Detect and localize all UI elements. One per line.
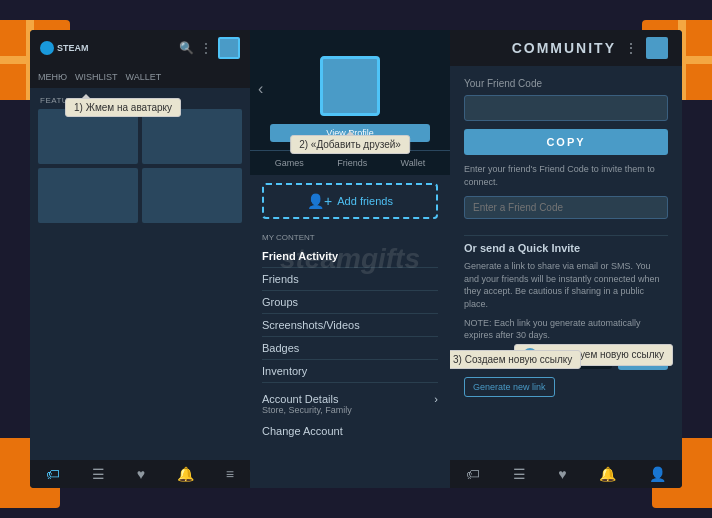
community-nav-tag-icon[interactable]: 🏷 [466,466,480,482]
avatar-small[interactable] [218,37,240,59]
content-friend-activity[interactable]: Friend Activity [262,245,438,268]
community-nav-bell-icon[interactable]: 🔔 [599,466,616,482]
quick-invite-description: Generate a link to share via email or SM… [464,260,668,310]
bottom-nav-heart-icon[interactable]: ♥ [137,466,145,482]
content-list: Friend Activity Friends Groups Screensho… [250,245,450,383]
profile-avatar-area [250,40,450,124]
generate-link-row: 3) Создаем новую ссылку Generate new lin… [464,376,668,397]
add-friends-button[interactable]: 👤+ Add friends [262,183,438,219]
community-header: COMMUNITY ⋮ [450,30,682,66]
content-screenshots[interactable]: Screenshots/Videos [262,314,438,337]
generate-link-button[interactable]: Generate new link [464,377,555,397]
community-avatar[interactable] [646,37,668,59]
nav-menu[interactable]: МЕНЮ [38,70,67,84]
note-text: NOTE: Each link you generate automatical… [464,317,668,342]
content-inventory[interactable]: Inventory [262,360,438,383]
community-nav-store-icon[interactable]: ☰ [513,466,526,482]
search-icon[interactable]: 🔍 [179,41,194,55]
friend-code-input[interactable] [464,95,668,121]
bottom-nav-menu-icon[interactable]: ≡ [226,466,234,482]
steam-logo: STEAM [40,41,90,55]
featured-img-1 [38,109,138,164]
divider [464,235,668,236]
nav-bar: МЕНЮ WISHLIST WALLET [30,66,250,88]
featured-img-4 [142,168,242,223]
nav-wallet[interactable]: WALLET [126,70,162,84]
account-title-text: Account Details [262,393,338,405]
invite-description: Enter your friend's Friend Code to invit… [464,163,668,188]
back-button[interactable]: ‹ [258,80,263,98]
featured-images [30,109,250,223]
copy-friend-code-button[interactable]: COPY [464,129,668,155]
community-nav-heart-icon[interactable]: ♥ [558,466,566,482]
friend-code-label: Your Friend Code [464,78,668,89]
content-groups[interactable]: Groups [262,291,438,314]
steam-header-icons: 🔍 ⋮ [179,37,240,59]
step1-tooltip: 1) Жмем на аватарку [65,98,181,117]
enter-code-input[interactable] [464,196,668,219]
content-badges[interactable]: Badges [262,337,438,360]
steam-logo-circle [40,41,54,55]
change-account[interactable]: Change Account [250,421,450,441]
add-icon: 👤+ [307,193,332,209]
featured-img-3 [38,168,138,223]
community-title: COMMUNITY [512,40,616,56]
community-more-icon[interactable]: ⋮ [624,40,638,56]
more-icon[interactable]: ⋮ [200,41,212,55]
steam-label: STEAM [57,43,89,53]
middle-panel: steamgifts ‹ 2) «Добавить друзей» View P… [250,30,450,488]
bottom-nav-tag-icon[interactable]: 🏷 [46,466,60,482]
bottom-nav-bell-icon[interactable]: 🔔 [177,466,194,482]
account-arrow-icon: › [434,393,438,405]
left-bottom-nav: 🏷 ☰ ♥ 🔔 ≡ [30,460,250,488]
community-content: Your Friend Code COPY Enter your friend'… [450,66,682,460]
step3-annotation: 3) Создаем новую ссылку [450,350,581,369]
nav-wishlist[interactable]: WISHLIST [75,70,118,84]
step2-label: 2) «Добавить друзей» [299,139,401,150]
content-friends[interactable]: Friends [262,268,438,291]
account-sub-text: Store, Security, Family [262,405,438,415]
my-content-label: MY CONTENT [250,227,450,245]
step1-label: 1) Жмем на аватарку [74,102,172,113]
featured-img-2 [142,109,242,164]
bottom-nav-store-icon[interactable]: ☰ [92,466,105,482]
account-title: Account Details › [262,393,438,405]
left-content: FEATURED & RECOMMENDED [30,88,250,460]
tab-wallet[interactable]: Wallet [396,155,431,171]
step3-label: 3) Создаем новую ссылку [453,354,572,365]
quick-invite-label: Or send a Quick Invite [464,242,668,254]
main-wrapper: STEAM 🔍 ⋮ МЕНЮ WISHLIST WALLET 1) Жмем н… [30,30,682,488]
community-bottom-nav: 🏷 ☰ ♥ 🔔 👤 [450,460,682,488]
steam-header: STEAM 🔍 ⋮ [30,30,250,66]
profile-avatar[interactable] [320,56,380,116]
tab-friends[interactable]: Friends [332,155,372,171]
account-section[interactable]: Account Details › Store, Security, Famil… [250,387,450,421]
add-friends-label: Add friends [337,195,393,207]
tab-games[interactable]: Games [270,155,309,171]
step2-tooltip: 2) «Добавить друзей» [290,135,410,154]
right-panel: COMMUNITY ⋮ Your Friend Code COPY Enter … [450,30,682,488]
community-nav-user-icon[interactable]: 👤 [649,466,666,482]
left-panel: STEAM 🔍 ⋮ МЕНЮ WISHLIST WALLET 1) Жмем н… [30,30,250,488]
